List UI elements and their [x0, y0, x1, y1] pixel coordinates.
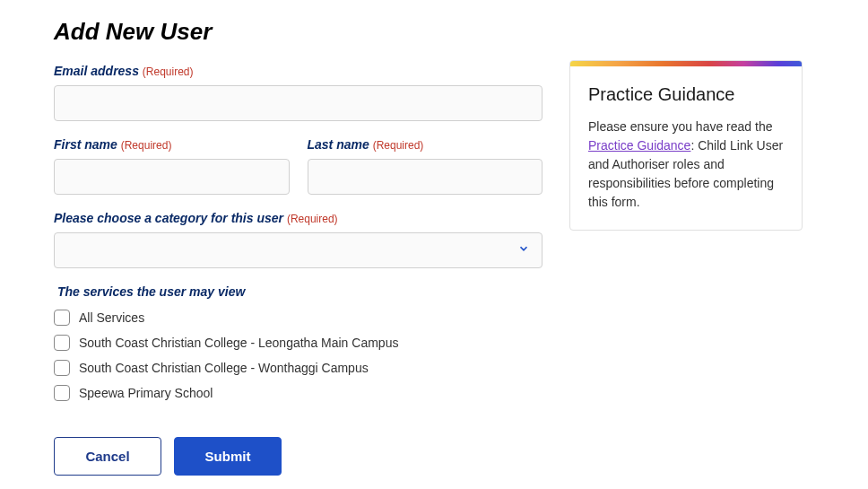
checkbox-service-1[interactable]: [54, 335, 70, 351]
checkbox-label: South Coast Christian College - Wonthagg…: [79, 361, 369, 375]
first-name-label: First name (Required): [54, 137, 290, 152]
checkbox-service-2[interactable]: [54, 360, 70, 376]
required-tag: (Required): [373, 139, 424, 152]
guidance-panel: Practice Guidance Please ensure you have…: [569, 60, 803, 231]
email-field[interactable]: [54, 85, 542, 121]
required-tag: (Required): [143, 65, 194, 78]
checkbox-all-services[interactable]: [54, 310, 70, 326]
submit-button[interactable]: Submit: [174, 437, 282, 476]
form-column: Email address (Required) First name (Req…: [54, 64, 542, 476]
category-label: Please choose a category for this user (…: [54, 211, 542, 225]
required-tag: (Required): [287, 213, 338, 225]
cancel-button[interactable]: Cancel: [54, 437, 161, 476]
last-name-label: Last name (Required): [308, 137, 543, 152]
checkbox-label: All Services: [79, 310, 144, 325]
checkbox-label: Speewa Primary School: [79, 386, 213, 400]
last-name-field[interactable]: [308, 159, 543, 195]
guidance-text: Please ensure you have read the Practice…: [588, 118, 784, 212]
checkbox-service-3[interactable]: [54, 385, 70, 401]
practice-guidance-link[interactable]: Practice Guidance: [588, 138, 690, 153]
services-title: The services the user may view: [54, 284, 542, 299]
required-tag: (Required): [121, 139, 172, 152]
checkbox-label: South Coast Christian College - Leongath…: [79, 336, 398, 350]
email-label: Email address (Required): [54, 64, 542, 78]
category-select[interactable]: [54, 232, 542, 268]
first-name-field[interactable]: [54, 159, 290, 195]
page-title: Add New User: [54, 18, 814, 46]
guidance-title: Practice Guidance: [588, 84, 784, 105]
